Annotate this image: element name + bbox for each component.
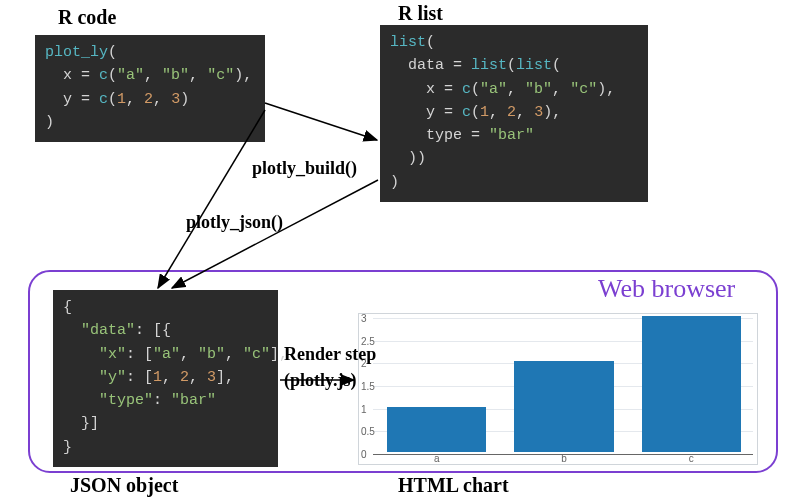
label-plotly-json: plotly_json() xyxy=(186,212,283,233)
chart-y-tick: 0 xyxy=(361,449,367,460)
codebox-r-list: list( data = list(list( x = c("a", "b", … xyxy=(380,25,648,202)
chart-x-tick: c xyxy=(689,453,694,464)
heading-r-code: R code xyxy=(58,6,116,29)
chart-x-tick: a xyxy=(434,453,440,464)
label-plotly-build: plotly_build() xyxy=(252,158,357,179)
web-browser-label: Web browser xyxy=(598,274,735,304)
heading-r-list: R list xyxy=(398,2,443,25)
codebox-r-code: plot_ly( x = c("a", "b", "c"), y = c(1, … xyxy=(35,35,265,142)
html-chart: 00.511.522.53abc xyxy=(358,313,758,465)
chart-bar xyxy=(642,316,741,452)
chart-x-tick: b xyxy=(561,453,567,464)
heading-html-chart: HTML chart xyxy=(398,474,509,497)
svg-line-1 xyxy=(265,103,377,140)
chart-y-tick: 1 xyxy=(361,403,367,414)
label-plotlyjs: (plotly.js) xyxy=(284,370,357,391)
label-render-step: Render step xyxy=(284,344,376,365)
heading-json-object: JSON object xyxy=(70,474,178,497)
chart-bar xyxy=(514,361,613,452)
chart-y-tick: 1.5 xyxy=(361,381,375,392)
chart-y-tick: 3 xyxy=(361,313,367,324)
chart-bar xyxy=(387,407,486,452)
chart-y-tick: 0.5 xyxy=(361,426,375,437)
